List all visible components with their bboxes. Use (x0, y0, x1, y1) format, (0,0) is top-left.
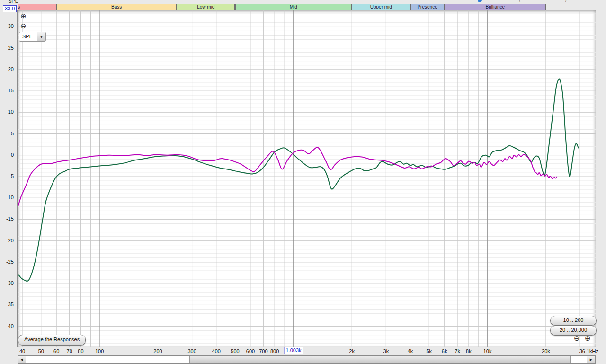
spl-dropdown[interactable]: SPL ▼ (19, 32, 46, 42)
x-axis-tick: 36.1kHz (579, 348, 598, 354)
x-axis-tick: 4k (408, 348, 413, 354)
clipped-ui-fragment: ) (565, 0, 567, 2)
zoom-in-icon[interactable]: ⊕ (20, 13, 27, 20)
range-10-200-button[interactable]: 10 .. 200 (550, 316, 597, 326)
y-axis-label: -20 (0, 238, 14, 243)
frequency-band-low-mid: Low mid (177, 4, 235, 10)
y-axis-title-clipped: SPL (8, 0, 18, 4)
frequency-band-upper-mid: Upper mid (352, 4, 410, 10)
y-axis-label: 15 (0, 88, 14, 93)
x-axis-tick: 70 (67, 348, 72, 354)
frequency-band-mid: Mid (235, 4, 352, 10)
audio-measurement-app: { "readouts": { "y_axis_clipped_label": … (0, 0, 606, 364)
horizontal-scrollbar[interactable]: ◀ ▶ (18, 355, 596, 364)
y-axis-label: -25 (0, 259, 14, 265)
magenta-response-curve (18, 147, 557, 206)
x-axis-tick: 700 (259, 348, 267, 354)
x-axis-tick: 50 (38, 348, 44, 354)
frequency-band-presence: Presence (410, 4, 445, 10)
y-axis-label: -10 (0, 195, 14, 200)
zoom-in-icon[interactable]: ⊕ (585, 335, 591, 342)
frequency-response-chart (18, 10, 596, 347)
frequency-cursor-readout: 1.003k (284, 347, 303, 354)
clipped-blue-dot-icon (478, 0, 482, 2)
x-axis-tick: 8k (466, 348, 472, 354)
x-axis-tick: 2k (349, 348, 355, 354)
y-axis-label: -15 (0, 216, 14, 222)
zoom-out-icon[interactable]: ⊖ (20, 23, 27, 30)
y-axis-label: -35 (0, 302, 14, 307)
minor-h-gridlines (18, 14, 596, 344)
frequency-band-bass: Bass (56, 4, 177, 10)
y-axis-label: 25 (0, 45, 14, 51)
x-axis-tick: 6k (442, 348, 447, 354)
y-axis-label: -30 (0, 280, 14, 286)
x-axis-tick: 500 (231, 348, 239, 354)
x-axis-tick: 800 (270, 348, 279, 354)
spl-dropdown-value: SPL (19, 32, 37, 41)
y-axis-label: 20 (0, 66, 14, 72)
x-axis-tick: 60 (53, 348, 59, 354)
x-axis-tick: 300 (187, 348, 196, 354)
scroll-left-icon[interactable]: ◀ (18, 356, 26, 363)
clipped-ui-fragment: ( (519, 0, 521, 2)
chevron-down-icon[interactable]: ▼ (37, 32, 45, 41)
y-axis-label: 5 (0, 131, 14, 136)
average-responses-button[interactable]: Average the Responses (18, 335, 86, 346)
y-axis-label: 0 (0, 152, 14, 158)
y-axis-label: -5 (0, 173, 14, 179)
x-axis-tick: 40 (19, 348, 25, 354)
scroll-right-icon[interactable]: ▶ (587, 356, 595, 363)
green-response-curve (18, 79, 579, 281)
x-axis-tick: 20k (542, 348, 550, 354)
x-axis-tick: 200 (153, 348, 162, 354)
zoom-out-icon[interactable]: ⊖ (574, 335, 580, 342)
frequency-band-sub-bass: Sub bass (18, 4, 56, 10)
x-axis-tick: 5k (426, 348, 432, 354)
x-axis-tick: 10k (483, 348, 492, 354)
scrollbar-thumb[interactable] (189, 356, 571, 363)
x-axis-tick: 400 (212, 348, 221, 354)
x-axis-tick: 80 (78, 348, 83, 354)
plot-area[interactable] (18, 10, 596, 347)
x-axis-tick: 600 (246, 348, 255, 354)
major-h-gridlines (18, 27, 596, 326)
x-axis-tick: 3k (383, 348, 389, 354)
frequency-band-strip: Sub bassBassLow midMidUpper midPresenceB… (18, 4, 596, 10)
x-axis-tick: 7k (454, 348, 460, 354)
x-axis: 1.003k 405060708010020030040050060070080… (0, 347, 606, 355)
y-axis-label: 30 (0, 23, 14, 29)
y-axis-label: -40 (0, 323, 14, 329)
y-axis-labels: 302520151050-5-10-15-20-25-30-35-40 (0, 0, 16, 347)
frequency-band-brilliance: Brilliance (445, 4, 546, 10)
x-axis-tick: 100 (95, 348, 104, 354)
spl-cursor-readout: 33.0 (3, 5, 17, 12)
y-axis-label: 10 (0, 109, 14, 115)
